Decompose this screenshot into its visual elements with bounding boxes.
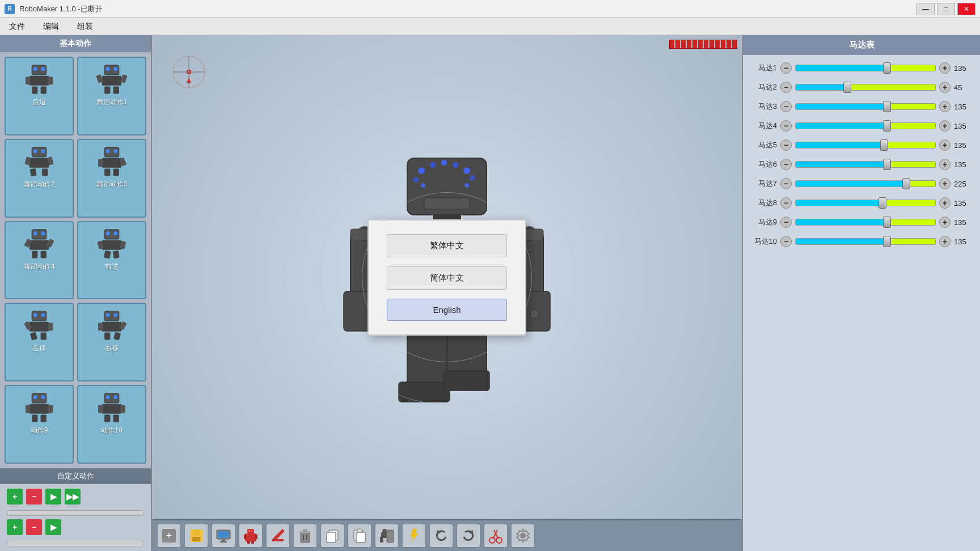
svg-marker-160 — [411, 529, 419, 542]
svg-rect-77 — [120, 405, 125, 413]
motor-value-8: 135 — [954, 199, 975, 207]
motor-value-7: 225 — [954, 180, 975, 188]
motor-row-5: 马达5 − + 135 — [747, 137, 975, 154]
motor-minus-2[interactable]: − — [780, 82, 792, 93]
motor-minus-3[interactable]: − — [780, 101, 792, 112]
toolbar-copy[interactable] — [320, 523, 345, 548]
motor-minus-7[interactable]: − — [780, 178, 792, 189]
motor-value-5: 135 — [954, 141, 975, 150]
action-label-dance1: 舞蹈动作1 — [96, 98, 128, 107]
motor-plus-10[interactable]: + — [939, 236, 951, 247]
menu-edit[interactable]: 编辑 — [39, 19, 64, 34]
motor-row-10: 马达10 − + 135 — [747, 233, 975, 250]
motor-value-6: 135 — [954, 160, 975, 169]
action-item-dance1[interactable]: 舞蹈动作1 — [77, 57, 146, 135]
toolbar-display[interactable] — [211, 523, 236, 548]
motor-slider-10[interactable] — [795, 236, 936, 247]
motor-plus-1[interactable]: + — [939, 62, 951, 74]
motor-value-1: 135 — [954, 64, 975, 73]
motor-slider-9[interactable] — [795, 217, 936, 228]
motor-minus-8[interactable]: − — [780, 197, 792, 209]
toolbar-redo[interactable] — [456, 523, 481, 548]
motor-label-3: 马达3 — [747, 101, 777, 112]
motor-label-7: 马达7 — [747, 179, 777, 189]
motor-minus-4[interactable]: − — [780, 120, 792, 132]
motor-row-6: 马达6 − + 135 — [747, 156, 975, 173]
play2-button-1[interactable]: ▶▶ — [65, 489, 81, 505]
svg-rect-15 — [113, 87, 119, 94]
toolbar-animate[interactable] — [374, 523, 399, 548]
motor-plus-3[interactable]: + — [939, 101, 951, 112]
menu-assemble[interactable]: 组装 — [73, 19, 98, 34]
motor-plus-4[interactable]: + — [939, 120, 951, 132]
action-item-dance4[interactable]: 舞蹈动作4 — [5, 221, 74, 300]
menu-file[interactable]: 文件 — [5, 19, 29, 34]
toolbar-paste[interactable] — [347, 523, 372, 548]
play-button-1[interactable]: ▶ — [45, 489, 61, 505]
lang-english[interactable]: English — [387, 299, 507, 321]
motor-slider-6[interactable] — [795, 159, 936, 170]
toolbar-delete[interactable] — [293, 523, 318, 548]
lang-simplified-chinese[interactable]: 简体中文 — [387, 266, 507, 290]
minimize-button[interactable]: — — [916, 3, 935, 15]
scrollbar-h-1[interactable] — [7, 510, 144, 516]
motor-slider-3[interactable] — [795, 101, 936, 112]
action-item-left[interactable]: 左移 — [5, 303, 74, 382]
toolbar-settings[interactable] — [510, 523, 535, 548]
toolbar-bottom: + — [152, 519, 742, 551]
toolbar-undo[interactable] — [429, 523, 454, 548]
motor-slider-7[interactable] — [795, 178, 936, 189]
close-button[interactable]: ✕ — [957, 3, 975, 15]
motor-minus-1[interactable]: − — [780, 62, 792, 74]
robot-viewport: 繁体中文 简体中文 English — [152, 35, 742, 519]
maximize-button[interactable]: □ — [937, 3, 955, 15]
action-item-forward[interactable]: 前进 — [77, 221, 146, 300]
motor-row-9: 马达9 − + 135 — [747, 214, 975, 231]
svg-rect-47 — [112, 250, 119, 258]
toolbar-save[interactable] — [184, 523, 209, 548]
remove-button-2[interactable]: − — [26, 519, 42, 535]
motor-slider-2[interactable] — [795, 82, 936, 93]
action-item-10[interactable]: 动作10 — [77, 385, 146, 464]
motor-minus-9[interactable]: − — [780, 217, 792, 228]
svg-rect-138 — [245, 533, 256, 541]
action-label-dance2: 舞蹈动作2 — [24, 180, 55, 189]
right-panel: 马达表 马达1 − + 135 马达2 − + 45 马达3 − + 135 马… — [742, 35, 980, 551]
motor-slider-8[interactable] — [795, 197, 936, 209]
toolbar-add-action[interactable]: + — [157, 523, 181, 548]
motor-slider-4[interactable] — [795, 120, 936, 132]
motor-plus-7[interactable]: + — [939, 178, 951, 189]
svg-point-167 — [520, 533, 526, 539]
toolbar-power[interactable] — [402, 523, 426, 548]
action-item-back[interactable]: 后退 — [5, 57, 74, 135]
toolbar-cut[interactable] — [483, 523, 508, 548]
svg-rect-150 — [303, 529, 307, 532]
add-button-2[interactable]: + — [7, 519, 23, 535]
svg-rect-60 — [98, 323, 103, 331]
remove-button-1[interactable]: − — [26, 489, 42, 505]
motor-minus-6[interactable]: − — [780, 159, 792, 170]
toolbar-edit[interactable] — [265, 523, 290, 548]
svg-rect-67 — [29, 404, 49, 414]
motor-plus-6[interactable]: + — [939, 159, 951, 170]
motor-plus-8[interactable]: + — [939, 197, 951, 209]
motor-slider-5[interactable] — [795, 139, 936, 151]
lang-traditional-chinese[interactable]: 繁体中文 — [387, 234, 507, 257]
action-item-right[interactable]: 右移 — [77, 303, 146, 382]
svg-rect-59 — [102, 322, 121, 332]
action-item-9[interactable]: 动作9 — [5, 385, 74, 464]
motor-minus-5[interactable]: − — [780, 139, 792, 151]
motor-slider-1[interactable] — [795, 62, 936, 74]
add-button-1[interactable]: + — [7, 489, 23, 505]
toolbar-robot[interactable] — [238, 523, 263, 548]
action-item-dance2[interactable]: 舞蹈动作2 — [5, 139, 74, 218]
motor-minus-10[interactable]: − — [780, 236, 792, 247]
svg-rect-68 — [26, 405, 31, 413]
play-button-2[interactable]: ▶ — [45, 519, 61, 535]
svg-point-163 — [489, 537, 495, 543]
action-item-dance3[interactable]: 舞蹈动作3 — [77, 139, 146, 218]
motor-plus-9[interactable]: + — [939, 217, 951, 228]
motor-plus-2[interactable]: + — [939, 82, 951, 93]
motor-plus-5[interactable]: + — [939, 139, 951, 151]
scrollbar-h-2[interactable] — [7, 541, 144, 546]
